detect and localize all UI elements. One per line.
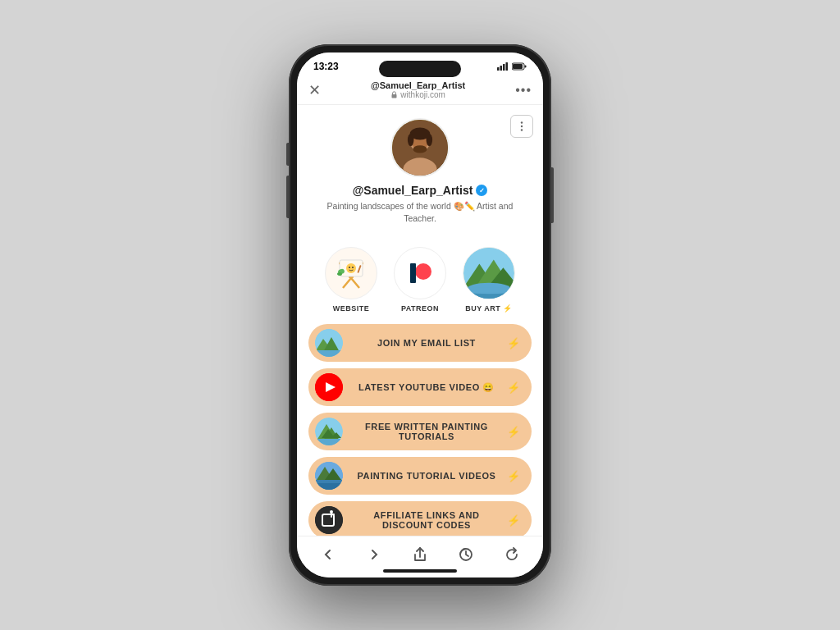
videos-button[interactable]: PAINTING TUTORIAL VIDEOS ⚡ (308, 457, 532, 495)
youtube-icon-circle (315, 373, 343, 401)
back-icon (322, 548, 335, 561)
svg-point-60 (330, 510, 333, 514)
phone-power-button (551, 167, 554, 223)
tutorials-icon (315, 418, 343, 445)
phone-volume-button (286, 176, 289, 218)
svg-point-8 (521, 121, 523, 123)
svg-point-24 (346, 263, 356, 273)
buy-art-label: BUY ART ⚡ (465, 304, 513, 313)
verified-badge: ✓ (476, 185, 487, 196)
vertical-dots-icon (516, 121, 527, 132)
email-icon-circle (315, 329, 343, 357)
svg-line-22 (351, 278, 359, 288)
tutorials-icon-circle (315, 418, 343, 445)
browser-menu-button[interactable]: ••• (515, 83, 532, 98)
easel-icon (333, 255, 369, 291)
status-time: 13:23 (313, 61, 346, 72)
action-buttons-list: JOIN MY EMAIL LIST ⚡ LATEST YOUTUBE VIDE… (297, 324, 543, 536)
svg-point-25 (349, 267, 350, 268)
patreon-link[interactable]: PATREON (394, 247, 446, 313)
phone-frame: 13:23 ✕ @Samuel_Earp_Artist (289, 44, 551, 586)
history-button[interactable] (451, 543, 481, 566)
svg-rect-7 (392, 94, 397, 98)
tutorials-button[interactable]: FREE WRITTEN PAINTING TUTORIALS ⚡ (308, 413, 532, 450)
url-bar: @Samuel_Earp_Artist withkoji.com (327, 80, 509, 99)
videos-icon (315, 462, 343, 490)
svg-rect-6 (525, 66, 527, 68)
lock-icon (390, 91, 398, 98)
svg-point-9 (521, 126, 523, 127)
youtube-icon (315, 373, 343, 401)
svg-point-30 (415, 263, 431, 280)
signal-icon (497, 62, 509, 71)
avatar-image (392, 118, 448, 177)
forward-icon (368, 548, 381, 561)
youtube-button[interactable]: LATEST YOUTUBE VIDEO 😄 ⚡ (308, 368, 532, 406)
browser-username: @Samuel_Earp_Artist (327, 80, 509, 90)
svg-point-18 (413, 145, 427, 153)
svg-rect-5 (513, 64, 523, 69)
profile-section: @Samuel_Earp_Artist ✓ Painting landscape… (297, 105, 543, 240)
browser-bar: ✕ @Samuel_Earp_Artist withkoji.com ••• (297, 75, 543, 105)
email-chevron: ⚡ (507, 337, 520, 349)
home-indicator (383, 569, 457, 573)
svg-point-26 (352, 267, 354, 268)
svg-line-21 (343, 278, 351, 288)
profile-bio: Painting landscapes of the world 🎨✏️ Art… (310, 200, 530, 224)
svg-point-58 (315, 506, 343, 534)
share-button[interactable] (405, 543, 435, 566)
close-button[interactable]: ✕ (308, 81, 321, 99)
website-link[interactable]: WEBSITE (325, 247, 377, 313)
svg-rect-31 (410, 263, 416, 283)
icon-links-row: WEBSITE PATREON (297, 240, 543, 324)
affiliate-chevron: ⚡ (507, 514, 520, 527)
svg-point-16 (408, 134, 414, 146)
buy-art-icon-circle (463, 247, 515, 299)
youtube-chevron: ⚡ (507, 381, 520, 394)
profile-name: @Samuel_Earp_Artist ✓ (353, 184, 488, 197)
svg-point-17 (427, 134, 433, 146)
email-list-label: JOIN MY EMAIL LIST (351, 338, 502, 348)
affiliate-label: AFFILIATE LINKS AND DISCOUNT CODES (351, 510, 502, 530)
affiliate-icon-circle (315, 506, 343, 534)
notch (379, 61, 461, 77)
tutorials-label: FREE WRITTEN PAINTING TUTORIALS (351, 422, 502, 441)
forward-button[interactable] (359, 543, 389, 566)
avatar (390, 118, 450, 177)
website-label: WEBSITE (333, 304, 370, 313)
patreon-icon-circle (394, 247, 446, 299)
browser-website: withkoji.com (327, 90, 509, 99)
svg-rect-2 (503, 64, 505, 71)
email-btn-icon (315, 329, 343, 357)
tutorials-chevron: ⚡ (507, 426, 520, 438)
svg-point-10 (521, 129, 523, 130)
website-icon-circle (325, 247, 377, 299)
page-content: @Samuel_Earp_Artist ✓ Painting landscape… (297, 105, 543, 536)
patreon-logo (404, 257, 436, 290)
svg-rect-3 (506, 62, 509, 71)
videos-label: PAINTING TUTORIAL VIDEOS (351, 471, 502, 481)
svg-rect-44 (315, 350, 343, 357)
svg-rect-57 (315, 483, 343, 490)
svg-rect-50 (315, 439, 343, 445)
videos-chevron: ⚡ (507, 470, 520, 482)
landscape-icon (463, 247, 514, 299)
email-list-button[interactable]: JOIN MY EMAIL LIST ⚡ (308, 324, 532, 362)
videos-icon-circle (315, 462, 343, 490)
reload-icon (504, 547, 519, 562)
reload-button[interactable] (497, 543, 527, 566)
share-icon (413, 547, 427, 562)
history-icon (459, 547, 473, 562)
youtube-label: LATEST YOUTUBE VIDEO 😄 (351, 382, 502, 393)
affiliate-icon (315, 506, 343, 534)
more-options-button[interactable] (510, 115, 533, 138)
back-button[interactable] (313, 543, 343, 566)
svg-rect-0 (497, 67, 500, 71)
buy-art-link[interactable]: BUY ART ⚡ (463, 247, 515, 313)
battery-icon (512, 62, 527, 71)
patreon-label: PATREON (401, 304, 439, 313)
affiliate-button[interactable]: AFFILIATE LINKS AND DISCOUNT CODES ⚡ (308, 501, 532, 536)
phone-silent-button (286, 143, 289, 166)
svg-rect-1 (500, 66, 503, 71)
status-icons (497, 62, 527, 71)
